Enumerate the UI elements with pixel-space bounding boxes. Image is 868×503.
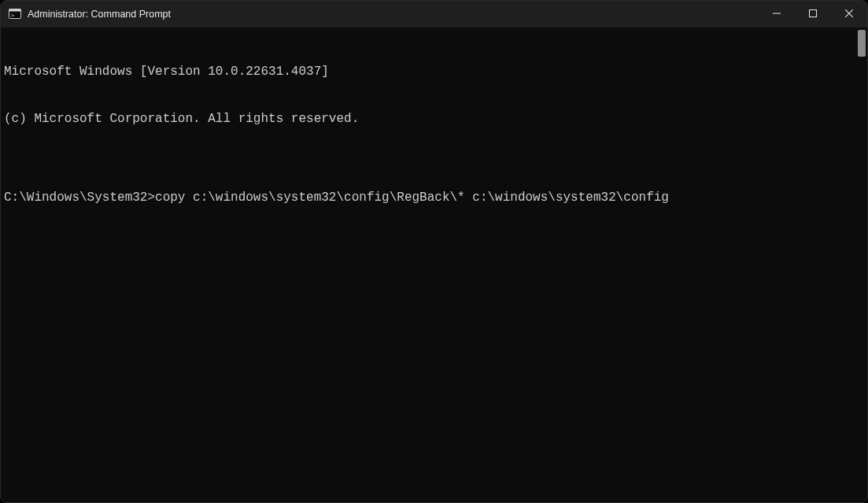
maximize-icon: [809, 9, 817, 20]
maximize-button[interactable]: [795, 1, 831, 28]
cmd-icon: >_: [9, 8, 21, 20]
terminal-client-area: Microsoft Windows [Version 10.0.22631.40…: [1, 28, 867, 502]
command-prompt-window: >_ Administrator: Command Prompt: [0, 0, 868, 503]
terminal-prompt: C:\Windows\System32>: [4, 190, 155, 205]
terminal-line: Microsoft Windows [Version 10.0.22631.40…: [4, 64, 864, 80]
window-controls: [759, 1, 867, 28]
terminal-line: (c) Microsoft Corporation. All rights re…: [4, 111, 864, 127]
minimize-icon: [773, 9, 781, 20]
terminal-command-input[interactable]: [155, 190, 864, 205]
svg-rect-3: [810, 10, 817, 17]
svg-text:>_: >_: [11, 13, 18, 19]
close-button[interactable]: [831, 1, 867, 28]
titlebar[interactable]: >_ Administrator: Command Prompt: [1, 1, 867, 28]
window-title: Administrator: Command Prompt: [28, 9, 171, 20]
minimize-button[interactable]: [759, 1, 795, 28]
vertical-scrollbar-thumb[interactable]: [858, 30, 866, 57]
close-icon: [845, 9, 853, 20]
terminal-output[interactable]: Microsoft Windows [Version 10.0.22631.40…: [1, 28, 867, 502]
terminal-prompt-line: C:\Windows\System32>: [4, 190, 864, 205]
svg-rect-1: [9, 9, 21, 12]
